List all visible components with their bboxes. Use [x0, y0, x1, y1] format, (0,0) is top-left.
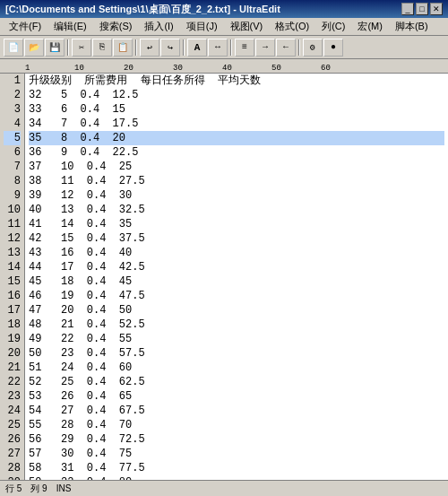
code-line: 45 18 0.4 45	[29, 274, 444, 289]
line-number: 28	[4, 461, 21, 475]
line-number: 18	[4, 318, 21, 332]
line-number: 24	[4, 404, 21, 418]
format-button[interactable]: ≡	[235, 39, 254, 57]
ruler-mark-10: 10	[74, 64, 84, 73]
cut-button[interactable]: ✂	[72, 39, 91, 57]
line-number: 4	[4, 117, 21, 131]
line-number: 7	[4, 160, 21, 174]
window-controls[interactable]: _ □ ✕	[401, 3, 443, 15]
code-line: 34 7 0.4 17.5	[29, 117, 444, 131]
ruler-mark-20: 20	[124, 64, 134, 73]
indent-button[interactable]: →	[255, 39, 275, 57]
line-number: 9	[4, 188, 21, 203]
code-line: 33 6 0.4 15	[29, 102, 444, 117]
undo-button[interactable]: ↩	[140, 39, 159, 57]
line-number: 29	[4, 475, 21, 480]
code-line: 35 8 0.4 20	[29, 131, 444, 145]
minimize-button[interactable]: _	[401, 3, 414, 15]
menu-item-s[interactable]: 搜索(S)	[94, 18, 138, 35]
open-button[interactable]: 📂	[24, 39, 44, 57]
line-number: 10	[4, 203, 21, 217]
code-line: 44 17 0.4 42.5	[29, 260, 444, 274]
save-button[interactable]: 💾	[45, 39, 65, 57]
code-line: 40 13 0.4 32.5	[29, 203, 444, 217]
settings-button[interactable]: ⚙	[303, 39, 323, 57]
code-line: 47 20 0.4 50	[29, 303, 444, 318]
code-line: 52 25 0.4 62.5	[29, 375, 444, 389]
toolbar: 📄 📂 💾 ✂ ⎘ 📋 ↩ ↪ A ↔ ≡ → ← ⚙ ●	[0, 36, 448, 59]
code-line: 53 26 0.4 65	[29, 389, 444, 404]
code-line: 58 31 0.4 77.5	[29, 461, 444, 475]
code-line: 57 30 0.4 75	[29, 447, 444, 461]
ruler-mark-50: 50	[271, 64, 281, 73]
find-button[interactable]: A	[187, 39, 207, 57]
copy-button[interactable]: ⎘	[92, 39, 112, 57]
line-number: 6	[4, 145, 21, 160]
code-line: 37 10 0.4 25	[29, 160, 444, 174]
menu-item-c[interactable]: 列(C)	[316, 18, 350, 35]
line-number: 5	[4, 131, 21, 145]
menu-item-i[interactable]: 插入(I)	[139, 18, 178, 35]
menu-item-b[interactable]: 脚本(B)	[390, 18, 434, 35]
menu-item-m[interactable]: 宏(M)	[352, 18, 388, 35]
line-number: 22	[4, 375, 21, 389]
line-number: 3	[4, 102, 21, 117]
code-line: 38 11 0.4 27.5	[29, 174, 444, 188]
code-line: 39 12 0.4 30	[29, 188, 444, 203]
macro-button[interactable]: ●	[323, 39, 343, 57]
sep3	[183, 39, 185, 56]
line-number: 25	[4, 418, 21, 432]
ruler-mark-40: 40	[222, 64, 232, 73]
title-text: [C:\Documents and Settings\1\桌面\百度_2_2.t…	[5, 3, 280, 16]
menu-bar: 文件(F)编辑(E)搜索(S)插入(I)项目(J)视图(V)格式(O)列(C)宏…	[0, 18, 448, 36]
maximize-button[interactable]: □	[416, 3, 428, 15]
menu-item-j[interactable]: 项目(J)	[181, 18, 223, 35]
paste-button[interactable]: 📋	[113, 39, 133, 57]
line-number: 12	[4, 231, 21, 246]
line-number: 16	[4, 289, 21, 303]
line-number: 1	[4, 74, 21, 88]
code-content[interactable]: 升级级别 所需费用 每日任务所得 平均天数32 5 0.4 12.533 6 0…	[25, 74, 448, 480]
menu-item-e[interactable]: 编辑(E)	[48, 18, 92, 35]
code-line: 50 23 0.4 57.5	[29, 346, 444, 361]
code-line: 46 19 0.4 47.5	[29, 289, 444, 303]
outdent-button[interactable]: ←	[276, 39, 296, 57]
sep5	[298, 39, 300, 56]
status-bar: 行 5 列 9 INS	[0, 480, 448, 496]
line-number: 17	[4, 303, 21, 318]
line-number: 20	[4, 346, 21, 361]
line-number: 26	[4, 432, 21, 447]
line-number: 27	[4, 447, 21, 461]
menu-item-f[interactable]: 文件(F)	[4, 18, 47, 35]
menu-item-o[interactable]: 格式(O)	[270, 18, 314, 35]
status-line: 行 5	[5, 483, 22, 495]
editor-container[interactable]: 1234567891011121314151617181920212223242…	[0, 74, 448, 480]
title-bar: [C:\Documents and Settings\1\桌面\百度_2_2.t…	[0, 0, 448, 18]
line-number: 11	[4, 217, 21, 231]
code-line: 36 9 0.4 22.5	[29, 145, 444, 160]
line-number: 23	[4, 389, 21, 404]
code-line: 49 22 0.4 55	[29, 332, 444, 346]
ruler: 1 10 20 30 40 50 60	[0, 59, 448, 74]
new-button[interactable]: 📄	[4, 39, 23, 57]
ruler-inner: 1 10 20 30 40 50 60	[25, 59, 448, 73]
replace-button[interactable]: ↔	[208, 39, 228, 57]
code-line: 41 14 0.4 35	[29, 217, 444, 231]
code-line: 42 15 0.4 37.5	[29, 231, 444, 246]
line-number: 8	[4, 174, 21, 188]
sep4	[230, 39, 232, 56]
sep1	[67, 39, 69, 56]
menu-item-v[interactable]: 视图(V)	[225, 18, 269, 35]
code-line: 48 21 0.4 52.5	[29, 318, 444, 332]
code-line: 51 24 0.4 60	[29, 361, 444, 375]
code-line: 32 5 0.4 12.5	[29, 88, 444, 102]
line-number: 15	[4, 274, 21, 289]
code-line: 56 29 0.4 72.5	[29, 432, 444, 447]
redo-button[interactable]: ↪	[160, 39, 180, 57]
code-line: 43 16 0.4 40	[29, 246, 444, 260]
close-button[interactable]: ✕	[430, 3, 443, 15]
status-ins: INS	[56, 483, 72, 493]
line-number: 2	[4, 88, 21, 102]
line-number: 13	[4, 246, 21, 260]
ruler-mark-60: 60	[321, 64, 331, 73]
